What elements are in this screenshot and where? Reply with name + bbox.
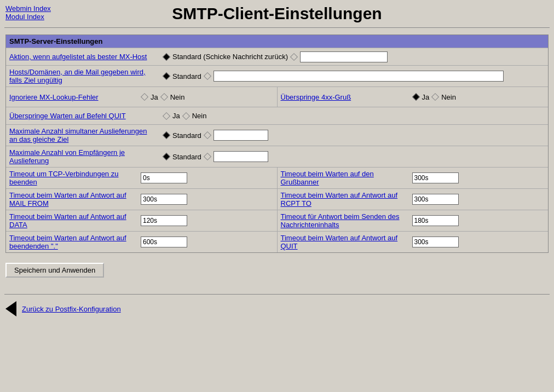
timeout-quitanswer-input[interactable]: 300s: [412, 237, 459, 247]
timeout-msgcontent-input[interactable]: 180s: [412, 215, 459, 226]
quit-ja-radio: [163, 112, 170, 119]
timeout-row-4: Timeout beim Warten auf Antwort auf been…: [6, 231, 548, 252]
mx-lookup-row: Ignoriere MX-Lookup-Fehler Ja Nein Übers…: [6, 87, 548, 107]
timeout-mailfrom-left: Timeout beim Warten auf Antwort auf MAIL…: [6, 189, 277, 210]
max-deliveries-input[interactable]: [213, 130, 268, 141]
mx-host-radio-empty: [290, 53, 298, 60]
footer-divider: [4, 294, 550, 295]
hosts-domains-input[interactable]: [213, 71, 504, 82]
hosts-domains-radio-filled: [163, 72, 170, 80]
max-deliveries-radio-filled: [163, 131, 170, 139]
timeout-row-2: Timeout beim Warten auf Antwort auf MAIL…: [6, 188, 548, 210]
max-recipients-row: Maximale Anzahl von Empfängern je Auslie…: [6, 146, 548, 167]
quit-label[interactable]: Überspringe Warten auf Befehl QUIT: [9, 112, 126, 120]
timeout-msgcontent-right: Timeout für Antwort beim Senden des Nach…: [277, 210, 549, 231]
mx-lookup-ja-radio: [141, 93, 148, 101]
back-arrow-icon: [5, 301, 16, 316]
mx-host-radio-filled: [163, 53, 170, 60]
timeout-dot-label[interactable]: Timeout beim Warten auf Antwort auf been…: [9, 234, 126, 250]
hosts-domains-radio-label: Standard: [172, 72, 201, 80]
timeout-data-input[interactable]: 120s: [141, 215, 187, 226]
timeout-banner-label[interactable]: Timeout beim Warten auf den Grußbanner: [281, 170, 374, 186]
page-title: SMTP-Client-Einstellungen: [71, 4, 549, 23]
max-deliveries-radio-empty: [204, 131, 211, 139]
footer-area: Zurück zu Postfix-Konfiguration: [0, 297, 554, 321]
quit-ja-label: Ja: [172, 112, 180, 120]
timeout-tcp-left: Timeout um TCP-Verbindungen zu beenden 0…: [6, 168, 277, 188]
skip-4xx-ja-radio: [412, 93, 419, 101]
mx-lookup-ja-label: Ja: [151, 93, 158, 101]
back-link[interactable]: Zurück zu Postfix-Konfiguration: [22, 305, 121, 313]
timeout-rcptto-right: Timeout beim Warten auf Antwort auf RCPT…: [277, 189, 549, 210]
timeout-quitanswer-label[interactable]: Timeout beim Warten auf Antwort auf QUIT: [281, 234, 398, 250]
max-recipients-label[interactable]: Maximale Anzahl von Empfängern je Auslie…: [9, 148, 125, 165]
quit-row: Überspringe Warten auf Befehl QUIT Ja Ne…: [6, 107, 548, 124]
timeout-data-label[interactable]: Timeout beim Warten auf Antwort auf DATA: [9, 212, 126, 229]
timeout-data-left: Timeout beim Warten auf Antwort auf DATA…: [6, 210, 277, 231]
save-button-area: Speichern und Anwenden: [5, 253, 549, 287]
hosts-domains-radio-empty: [204, 72, 211, 80]
timeout-msgcontent-label[interactable]: Timeout für Antwort beim Senden des Nach…: [281, 212, 400, 229]
timeout-mailfrom-input[interactable]: 300s: [141, 194, 187, 205]
mx-host-label[interactable]: Aktion, wenn aufgelistet als bester MX-H…: [9, 53, 147, 61]
max-recipients-radio-filled: [163, 153, 170, 160]
header-divider: [4, 27, 550, 28]
main-content: SMTP-Server-Einstellungen Aktion, wenn a…: [0, 30, 554, 292]
hosts-domains-label[interactable]: Hosts/Domänen, an die Mail gegeben wird,…: [9, 68, 146, 84]
timeout-rcptto-input[interactable]: 300s: [412, 194, 459, 205]
timeout-banner-right: Timeout beim Warten auf den Grußbanner 3…: [277, 168, 549, 188]
hosts-domains-row: Hosts/Domänen, an die Mail gegeben wird,…: [6, 65, 548, 87]
skip-4xx-nein-radio: [431, 93, 439, 101]
timeout-row-1: Timeout um TCP-Verbindungen zu beenden 0…: [6, 167, 548, 188]
mx-lookup-nein-label: Nein: [170, 93, 185, 101]
mx-host-radio-label: Standard (Schicke Nachricht zurück): [172, 53, 288, 61]
quit-nein-label: Nein: [192, 112, 207, 120]
save-button[interactable]: Speichern und Anwenden: [5, 263, 104, 278]
skip-4xx-ja-label: Ja: [422, 93, 430, 101]
timeout-dot-left: Timeout beim Warten auf Antwort auf been…: [6, 232, 277, 252]
timeout-tcp-label[interactable]: Timeout um TCP-Verbindungen zu beenden: [9, 170, 118, 186]
timeout-tcp-input[interactable]: 0s: [141, 172, 187, 183]
mx-lookup-nein-radio: [160, 93, 168, 101]
max-recipients-input[interactable]: [213, 151, 268, 162]
max-recipients-radio-empty: [204, 153, 211, 160]
timeout-rcptto-label[interactable]: Timeout beim Warten auf Antwort auf RCPT…: [281, 191, 398, 207]
timeout-mailfrom-label[interactable]: Timeout beim Warten auf Antwort auf MAIL…: [9, 191, 126, 207]
timeout-banner-input[interactable]: 300s: [412, 172, 459, 183]
webmin-index-link[interactable]: Webmin Index: [5, 4, 71, 13]
skip-4xx-right: Überspringe 4xx-Gruß Ja Nein: [277, 87, 549, 107]
mx-host-row: Aktion, wenn aufgelistet als bester MX-H…: [6, 48, 548, 65]
timeout-dot-input[interactable]: 600s: [141, 237, 187, 247]
max-deliveries-row: Maximale Anzahl simultaner Auslieferunge…: [6, 124, 548, 146]
max-recipients-radio-label: Standard: [172, 153, 201, 161]
modul-index-link[interactable]: Modul Index: [5, 13, 71, 21]
max-deliveries-radio-label: Standard: [172, 131, 201, 140]
smtp-settings-section: SMTP-Server-Einstellungen Aktion, wenn a…: [5, 34, 549, 253]
mx-lookup-left: Ignoriere MX-Lookup-Fehler Ja Nein: [6, 87, 277, 107]
timeout-quitanswer-right: Timeout beim Warten auf Antwort auf QUIT…: [277, 232, 549, 252]
skip-4xx-nein-label: Nein: [441, 93, 456, 101]
max-deliveries-label[interactable]: Maximale Anzahl simultaner Auslieferunge…: [9, 127, 147, 143]
mx-lookup-label[interactable]: Ignoriere MX-Lookup-Fehler: [9, 93, 99, 101]
quit-nein-radio: [182, 112, 190, 119]
timeout-row-3: Timeout beim Warten auf Antwort auf DATA…: [6, 210, 548, 231]
skip-4xx-label[interactable]: Überspringe 4xx-Gruß: [281, 93, 351, 101]
section-header: SMTP-Server-Einstellungen: [6, 35, 548, 48]
mx-host-input[interactable]: [300, 51, 388, 62]
